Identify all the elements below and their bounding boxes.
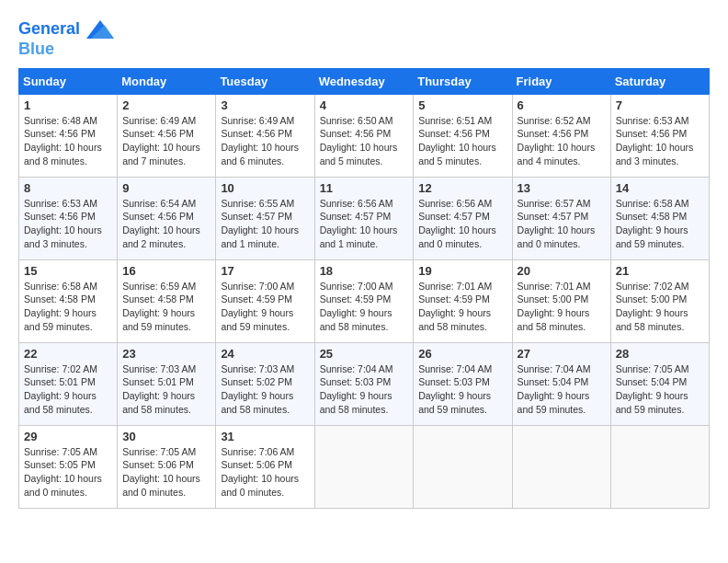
calendar-cell: 27Sunrise: 7:04 AM Sunset: 5:04 PM Dayli…	[512, 342, 610, 425]
day-number: 9	[122, 181, 210, 195]
day-info: Sunrise: 6:50 AM Sunset: 4:56 PM Dayligh…	[320, 114, 409, 168]
day-number: 17	[221, 264, 309, 278]
calendar-cell: 10Sunrise: 6:55 AM Sunset: 4:57 PM Dayli…	[216, 177, 314, 259]
day-number: 10	[221, 181, 309, 195]
day-number: 23	[122, 347, 210, 361]
calendar-cell: 5Sunrise: 6:51 AM Sunset: 4:56 PM Daylig…	[414, 94, 512, 177]
day-info: Sunrise: 6:49 AM Sunset: 4:56 PM Dayligh…	[122, 114, 210, 168]
calendar-cell: 16Sunrise: 6:59 AM Sunset: 4:58 PM Dayli…	[118, 259, 216, 342]
calendar-cell: 4Sunrise: 6:50 AM Sunset: 4:56 PM Daylig…	[314, 94, 414, 177]
page-header: General Blue	[18, 18, 710, 59]
day-info: Sunrise: 6:56 AM Sunset: 4:57 PM Dayligh…	[320, 197, 409, 251]
calendar-cell: 11Sunrise: 6:56 AM Sunset: 4:57 PM Dayli…	[314, 177, 414, 259]
day-number: 26	[418, 347, 506, 361]
day-info: Sunrise: 7:04 AM Sunset: 5:03 PM Dayligh…	[418, 362, 506, 417]
day-info: Sunrise: 6:55 AM Sunset: 4:57 PM Dayligh…	[221, 197, 309, 251]
day-number: 30	[122, 430, 210, 443]
weekday-header-saturday: Saturday	[610, 68, 709, 94]
calendar-cell: 30Sunrise: 7:05 AM Sunset: 5:06 PM Dayli…	[118, 425, 216, 508]
day-info: Sunrise: 6:53 AM Sunset: 4:56 PM Dayligh…	[24, 197, 112, 251]
day-info: Sunrise: 7:00 AM Sunset: 4:59 PM Dayligh…	[221, 280, 309, 334]
calendar-cell: 21Sunrise: 7:02 AM Sunset: 5:00 PM Dayli…	[610, 259, 709, 342]
day-info: Sunrise: 7:03 AM Sunset: 5:01 PM Dayligh…	[122, 362, 210, 417]
day-number: 8	[24, 181, 112, 195]
day-number: 2	[122, 98, 210, 112]
calendar-cell: 6Sunrise: 6:52 AM Sunset: 4:56 PM Daylig…	[512, 94, 610, 177]
day-info: Sunrise: 6:48 AM Sunset: 4:56 PM Dayligh…	[24, 114, 112, 168]
day-number: 18	[320, 264, 409, 278]
weekday-header-tuesday: Tuesday	[216, 68, 314, 94]
day-number: 12	[418, 181, 506, 195]
day-number: 11	[320, 181, 409, 195]
day-info: Sunrise: 7:02 AM Sunset: 5:00 PM Dayligh…	[616, 280, 704, 334]
calendar-cell: 2Sunrise: 6:49 AM Sunset: 4:56 PM Daylig…	[118, 94, 216, 177]
day-info: Sunrise: 7:05 AM Sunset: 5:06 PM Dayligh…	[122, 445, 210, 500]
weekday-header-friday: Friday	[512, 68, 610, 94]
day-info: Sunrise: 6:57 AM Sunset: 4:57 PM Dayligh…	[518, 197, 606, 251]
weekday-header-sunday: Sunday	[19, 68, 118, 94]
calendar-table: SundayMondayTuesdayWednesdayThursdayFrid…	[18, 68, 710, 509]
day-number: 4	[320, 98, 409, 112]
calendar-cell: 28Sunrise: 7:05 AM Sunset: 5:04 PM Dayli…	[610, 342, 709, 425]
logo: General Blue	[18, 18, 114, 59]
day-info: Sunrise: 7:01 AM Sunset: 4:59 PM Dayligh…	[418, 280, 506, 334]
day-number: 3	[221, 98, 309, 112]
day-number: 28	[616, 347, 704, 361]
calendar-cell: 1Sunrise: 6:48 AM Sunset: 4:56 PM Daylig…	[19, 94, 118, 177]
day-number: 19	[418, 264, 506, 278]
day-info: Sunrise: 6:56 AM Sunset: 4:57 PM Dayligh…	[418, 197, 506, 251]
calendar-cell	[610, 425, 709, 508]
day-info: Sunrise: 7:04 AM Sunset: 5:04 PM Dayligh…	[518, 362, 606, 417]
day-info: Sunrise: 6:51 AM Sunset: 4:56 PM Dayligh…	[418, 114, 506, 168]
day-number: 31	[221, 430, 309, 443]
calendar-cell: 19Sunrise: 7:01 AM Sunset: 4:59 PM Dayli…	[414, 259, 512, 342]
weekday-header-thursday: Thursday	[414, 68, 512, 94]
calendar-cell	[314, 425, 414, 508]
calendar-cell: 13Sunrise: 6:57 AM Sunset: 4:57 PM Dayli…	[512, 177, 610, 259]
day-number: 25	[320, 347, 409, 361]
calendar-cell: 18Sunrise: 7:00 AM Sunset: 4:59 PM Dayli…	[314, 259, 414, 342]
calendar-cell	[414, 425, 512, 508]
day-info: Sunrise: 7:06 AM Sunset: 5:06 PM Dayligh…	[221, 445, 309, 500]
calendar-cell: 3Sunrise: 6:49 AM Sunset: 4:56 PM Daylig…	[216, 94, 314, 177]
day-info: Sunrise: 7:04 AM Sunset: 5:03 PM Dayligh…	[320, 362, 409, 417]
day-number: 22	[24, 347, 112, 361]
calendar-cell: 24Sunrise: 7:03 AM Sunset: 5:02 PM Dayli…	[216, 342, 314, 425]
logo-text: General Blue	[18, 18, 114, 59]
calendar-cell: 26Sunrise: 7:04 AM Sunset: 5:03 PM Dayli…	[414, 342, 512, 425]
calendar-cell: 23Sunrise: 7:03 AM Sunset: 5:01 PM Dayli…	[118, 342, 216, 425]
day-info: Sunrise: 7:02 AM Sunset: 5:01 PM Dayligh…	[24, 362, 112, 417]
day-number: 16	[122, 264, 210, 278]
day-info: Sunrise: 6:52 AM Sunset: 4:56 PM Dayligh…	[518, 114, 606, 168]
day-number: 6	[518, 98, 606, 112]
calendar-cell: 25Sunrise: 7:04 AM Sunset: 5:03 PM Dayli…	[314, 342, 414, 425]
calendar-cell: 12Sunrise: 6:56 AM Sunset: 4:57 PM Dayli…	[414, 177, 512, 259]
calendar-cell: 17Sunrise: 7:00 AM Sunset: 4:59 PM Dayli…	[216, 259, 314, 342]
calendar-cell: 9Sunrise: 6:54 AM Sunset: 4:56 PM Daylig…	[118, 177, 216, 259]
calendar-cell: 29Sunrise: 7:05 AM Sunset: 5:05 PM Dayli…	[19, 425, 118, 508]
day-info: Sunrise: 6:49 AM Sunset: 4:56 PM Dayligh…	[221, 114, 309, 168]
day-info: Sunrise: 6:59 AM Sunset: 4:58 PM Dayligh…	[122, 280, 210, 334]
day-number: 15	[24, 264, 112, 278]
day-info: Sunrise: 6:53 AM Sunset: 4:56 PM Dayligh…	[616, 114, 704, 168]
day-info: Sunrise: 7:05 AM Sunset: 5:04 PM Dayligh…	[616, 362, 704, 417]
day-info: Sunrise: 7:00 AM Sunset: 4:59 PM Dayligh…	[320, 280, 409, 334]
day-info: Sunrise: 6:58 AM Sunset: 4:58 PM Dayligh…	[616, 197, 704, 251]
day-number: 7	[616, 98, 704, 112]
calendar-cell: 20Sunrise: 7:01 AM Sunset: 5:00 PM Dayli…	[512, 259, 610, 342]
day-number: 29	[24, 430, 112, 443]
weekday-header-wednesday: Wednesday	[314, 68, 414, 94]
day-info: Sunrise: 6:58 AM Sunset: 4:58 PM Dayligh…	[24, 280, 112, 334]
day-info: Sunrise: 7:03 AM Sunset: 5:02 PM Dayligh…	[221, 362, 309, 417]
calendar-cell: 15Sunrise: 6:58 AM Sunset: 4:58 PM Dayli…	[19, 259, 118, 342]
day-info: Sunrise: 7:01 AM Sunset: 5:00 PM Dayligh…	[518, 280, 606, 334]
calendar-cell: 7Sunrise: 6:53 AM Sunset: 4:56 PM Daylig…	[610, 94, 709, 177]
day-number: 14	[616, 181, 704, 195]
day-number: 20	[518, 264, 606, 278]
day-number: 13	[518, 181, 606, 195]
day-info: Sunrise: 6:54 AM Sunset: 4:56 PM Dayligh…	[122, 197, 210, 251]
day-info: Sunrise: 7:05 AM Sunset: 5:05 PM Dayligh…	[24, 445, 112, 500]
day-number: 21	[616, 264, 704, 278]
day-number: 1	[24, 98, 112, 112]
day-number: 24	[221, 347, 309, 361]
